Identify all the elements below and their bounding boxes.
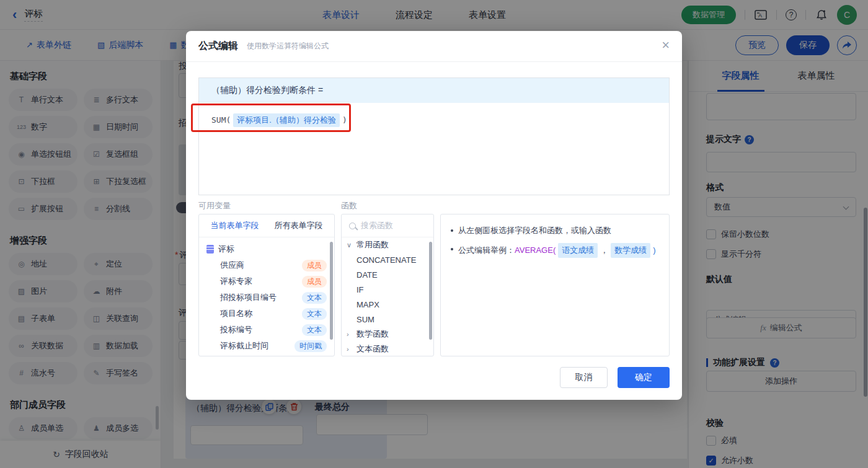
type-badge: 文本 <box>302 308 327 320</box>
functions-panel: 搜索函数 ∨ 常用函数 CONCATENATE DATE IF MAPX SUM… <box>341 214 434 356</box>
variable-row[interactable]: 评标截止时间时间戳 <box>206 338 327 354</box>
function-item[interactable]: CONCATENATE <box>342 252 433 267</box>
formula-target: （辅助）得分检验判断条件 = <box>199 78 669 103</box>
example-func: AVERAGE( <box>515 245 556 255</box>
functions-scrollbar[interactable] <box>429 242 432 340</box>
variables-tabs: 当前表单字段 所有表单字段 <box>199 214 334 237</box>
variables-label: 可用变量 <box>198 200 231 211</box>
function-search[interactable]: 搜索函数 <box>342 214 433 237</box>
modal-subtitle: 使用数学运算符编辑公式 <box>247 41 329 51</box>
function-item[interactable]: SUM <box>342 312 433 327</box>
modal-title: 公式编辑 <box>198 40 238 53</box>
formula-expression[interactable]: SUM(评标项目.（辅助）得分检验) <box>199 103 669 127</box>
app-window: ‹ 评标 表单设计 流程设定 表单设置 数据管理 A ? C ↗ 表单外链 <box>0 0 868 468</box>
function-group-common[interactable]: ∨ 常用函数 <box>342 237 433 252</box>
search-placeholder: 搜索函数 <box>361 220 393 231</box>
bullet-icon <box>451 229 453 232</box>
example-close-paren: ) <box>653 245 655 255</box>
modal-header: 公式编辑 使用数学运算符编辑公式 × <box>186 31 682 62</box>
type-badge: 成员 <box>302 260 327 272</box>
function-item[interactable]: MAPX <box>342 297 433 312</box>
tip-line-2: 公式编辑举例：AVERAGE(语文成绩，数学成绩) <box>451 243 659 258</box>
variable-row[interactable]: 供应商成员 <box>206 257 327 273</box>
variables-scrollbar[interactable] <box>330 242 333 340</box>
variables-tree: 评标 供应商成员 评标专家成员 招投标项目编号文本 项目名称文本 投标编号文本 <box>199 237 334 354</box>
formula-editor-box[interactable]: （辅助）得分检验判断条件 = SUM(评标项目.（辅助）得分检验) <box>198 77 670 195</box>
tab-all-form-fields[interactable]: 所有表单字段 <box>275 220 323 231</box>
formula-close-paren: ) <box>342 115 347 125</box>
caret-open-icon: ∨ <box>347 241 353 249</box>
formula-editor-modal: 公式编辑 使用数学运算符编辑公式 × （辅助）得分检验判断条件 = SUM(评标… <box>186 31 682 400</box>
type-badge: 时间戳 <box>294 340 327 352</box>
type-badge: 文本 <box>302 292 327 304</box>
form-doc-icon <box>206 245 214 254</box>
search-icon <box>349 223 356 229</box>
formula-field-chip[interactable]: 评标项目.（辅助）得分检验 <box>233 113 340 127</box>
close-icon[interactable]: × <box>662 38 670 52</box>
variable-row[interactable]: 招投标项目编号文本 <box>206 289 327 306</box>
example-chip: 数学成绩 <box>611 243 650 258</box>
variable-row[interactable]: 评标专家成员 <box>206 273 327 289</box>
form-node[interactable]: 评标 <box>206 241 327 257</box>
tab-current-form-fields[interactable]: 当前表单字段 <box>211 220 259 231</box>
function-group-text[interactable]: › 文本函数 <box>342 342 433 356</box>
tips-panel: 从左侧面板选择字段名和函数，或输入函数 公式编辑举例：AVERAGE(语文成绩，… <box>440 214 670 356</box>
cancel-button[interactable]: 取消 <box>560 367 608 388</box>
type-badge: 成员 <box>302 276 327 288</box>
bullet-icon <box>451 248 453 250</box>
variables-panel: 当前表单字段 所有表单字段 评标 供应商成员 评标专家成员 招投标项目编号文本 <box>198 214 335 356</box>
confirm-button[interactable]: 确定 <box>618 367 670 388</box>
type-badge: 文本 <box>302 324 327 336</box>
variable-row[interactable]: 项目名称文本 <box>206 306 327 322</box>
caret-closed-icon: › <box>347 330 353 338</box>
example-chip: 语文成绩 <box>558 243 598 258</box>
variable-row[interactable]: 投标编号文本 <box>206 322 327 338</box>
modal-footer: 取消 确定 <box>560 367 670 388</box>
formula-func: SUM( <box>211 115 231 125</box>
tip-line-1: 从左侧面板选择字段名和函数，或输入函数 <box>451 224 659 237</box>
functions-label: 函数 <box>341 200 357 211</box>
caret-closed-icon: › <box>347 345 353 353</box>
function-item[interactable]: DATE <box>342 267 433 282</box>
function-item[interactable]: IF <box>342 282 433 297</box>
function-group-math[interactable]: › 数学函数 <box>342 327 433 342</box>
